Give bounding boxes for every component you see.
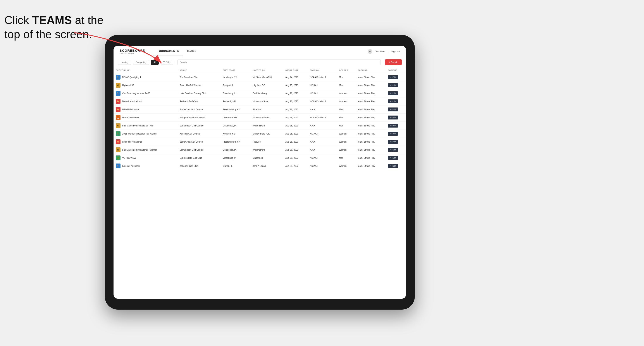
- cell-hosted-7: Murray State (OK): [250, 130, 283, 138]
- col-division: DIVISION: [308, 67, 337, 73]
- edit-button-4[interactable]: ✏ Edit: [388, 108, 398, 111]
- edit-button-11[interactable]: ✏ Edit: [388, 164, 398, 168]
- edit-icon-0: ✏: [390, 76, 392, 78]
- filter-button[interactable]: ☰ Filter: [160, 60, 173, 65]
- edit-label-4: Edit: [392, 108, 396, 111]
- table-row: 🦊 Morris Invitational Ruttger's Bay Lake…: [114, 114, 406, 122]
- edit-label-7: Edit: [392, 133, 396, 135]
- event-name-cell-9: ⚙ Fall Statesmen Invitational - Women: [116, 147, 175, 152]
- edit-label-3: Edit: [392, 100, 396, 102]
- event-name-cell-0: 🏌 MSMC Qualifying 1: [116, 75, 175, 80]
- cell-venue-8: StoneCrest Golf Course: [178, 138, 221, 146]
- cell-event-name-9: ⚙ Fall Statesmen Invitational - Women: [114, 146, 178, 154]
- col-venue: VENUE: [178, 67, 221, 73]
- user-name: Test User: [375, 50, 385, 53]
- cell-city-9: Oskaloosa, IA: [220, 146, 250, 154]
- edit-label-11: Edit: [392, 165, 396, 167]
- edit-button-3[interactable]: ✏ Edit: [388, 99, 398, 103]
- cell-scoring-6: team, Stroke Play: [356, 122, 386, 130]
- cell-date-1: Aug 25, 2023: [283, 81, 308, 89]
- hosting-filter-button[interactable]: Hosting: [118, 60, 131, 65]
- cell-gender-7: Women: [337, 130, 356, 138]
- event-name-text-1: Highland 36: [122, 84, 134, 87]
- all-filter-button[interactable]: All: [151, 60, 159, 65]
- cell-city-10: Vincennes, IN: [220, 154, 250, 162]
- event-name-cell-2: 🏌 Carl Sandburg Women FA23: [116, 91, 175, 96]
- cell-hosted-0: Mt. Saint Mary (NY): [250, 73, 283, 81]
- nav-separator: |: [388, 50, 388, 53]
- logo-title: SCOREBOARD: [120, 49, 146, 52]
- tab-teams[interactable]: TEAMS: [183, 46, 200, 56]
- col-hosted-by: HOSTED BY: [250, 67, 283, 73]
- edit-label-9: Edit: [392, 149, 396, 151]
- nav-right: ⚙ Test User | Sign out: [368, 49, 400, 54]
- table-row: 🏌 2023 Women's Hesston Fall Kickoff Hess…: [114, 130, 406, 138]
- event-name-text-9: Fall Statesmen Invitational - Women: [122, 149, 157, 151]
- cell-actions-2: ✏ Edit: [386, 89, 406, 97]
- edit-label-0: Edit: [392, 76, 396, 78]
- edit-button-0[interactable]: ✏ Edit: [388, 75, 398, 79]
- filter-label: Filter: [166, 61, 170, 63]
- cell-division-10: NICAA II: [308, 154, 337, 162]
- table-row: 🐎 UPIKE Fall Invite StoneCrest Golf Cour…: [114, 106, 406, 114]
- edit-button-5[interactable]: ✏ Edit: [388, 116, 398, 120]
- create-button[interactable]: + Create: [385, 59, 402, 65]
- edit-button-2[interactable]: ✏ Edit: [388, 91, 398, 95]
- event-name-text-3: Maverick Invitational: [122, 100, 142, 103]
- event-name-text-8: upike fall invitational: [122, 141, 142, 143]
- cell-division-11: NICAA I: [308, 162, 337, 170]
- cell-division-2: NICAA I: [308, 89, 337, 97]
- competing-filter-button[interactable]: Competing: [133, 60, 149, 65]
- search-input[interactable]: [178, 59, 381, 65]
- cell-venue-3: Faribault Golf Club: [178, 97, 221, 106]
- cell-date-6: Aug 28, 2023: [283, 122, 308, 130]
- edit-button-7[interactable]: ✏ Edit: [388, 132, 398, 136]
- event-name-text-6: Fall Statesmen Invitational - Men: [122, 125, 154, 127]
- cell-scoring-1: team, Stroke Play: [356, 81, 386, 89]
- cell-hosted-6: William Penn: [250, 122, 283, 130]
- cell-division-4: NAIA: [308, 106, 337, 114]
- col-actions: ACTIONS: [386, 67, 406, 73]
- cell-hosted-4: Pikeville: [250, 106, 283, 114]
- edit-button-10[interactable]: ✏ Edit: [388, 156, 398, 160]
- settings-icon[interactable]: ⚙: [368, 49, 372, 54]
- cell-city-2: Galesburg, IL: [220, 89, 250, 97]
- cell-hosted-2: Carl Sandburg: [250, 89, 283, 97]
- cell-city-7: Hesston, KS: [220, 130, 250, 138]
- event-name-cell-1: ⚙ Highland 36: [116, 83, 175, 88]
- event-name-text-11: Klash at Kokopelli: [122, 165, 140, 167]
- edit-icon-1: ✏: [390, 84, 392, 86]
- instruction-text-part1: Click: [4, 14, 32, 26]
- edit-icon-4: ✏: [390, 108, 392, 111]
- instruction-text: Click TEAMS at the top of the screen.: [4, 13, 114, 41]
- cell-division-0: NCAA Division III: [308, 73, 337, 81]
- cell-division-1: NICAA I: [308, 81, 337, 89]
- cell-actions-1: ✏ Edit: [386, 81, 406, 89]
- cell-actions-0: ✏ Edit: [386, 73, 406, 81]
- cell-actions-5: ✏ Edit: [386, 114, 406, 122]
- edit-button-9[interactable]: ✏ Edit: [388, 148, 398, 152]
- table-container: EVENT NAME VENUE CITY, STATE HOSTED BY S…: [114, 67, 406, 299]
- filter-icon: ☰: [163, 61, 165, 63]
- edit-icon-6: ✏: [390, 125, 392, 127]
- event-name-text-0: MSMC Qualifying 1: [122, 76, 141, 78]
- cell-city-0: Newburgh, NY: [220, 73, 250, 81]
- cell-scoring-5: team, Stroke Play: [356, 114, 386, 122]
- event-name-cell-8: 🐎 upike fall invitational: [116, 139, 175, 144]
- cell-date-5: Aug 28, 2023: [283, 114, 308, 122]
- cell-venue-9: Edmundson Golf Course: [178, 146, 221, 154]
- team-icon-0: 🏌: [116, 75, 120, 80]
- cell-date-11: Aug 28, 2023: [283, 162, 308, 170]
- instruction-bold: TEAMS: [32, 14, 72, 26]
- cell-city-5: Deerwood, MN: [220, 114, 250, 122]
- edit-button-8[interactable]: ✏ Edit: [388, 140, 398, 144]
- tab-tournaments[interactable]: TOURNAMENTS: [153, 46, 183, 56]
- sign-out-link[interactable]: Sign out: [391, 50, 400, 53]
- cell-date-4: Aug 28, 2023: [283, 106, 308, 114]
- edit-icon-2: ✏: [390, 92, 392, 94]
- edit-button-6[interactable]: ✏ Edit: [388, 124, 398, 128]
- cell-gender-1: Men: [337, 81, 356, 89]
- cell-scoring-7: team, Stroke Play: [356, 130, 386, 138]
- edit-label-5: Edit: [392, 116, 396, 119]
- edit-button-1[interactable]: ✏ Edit: [388, 83, 398, 87]
